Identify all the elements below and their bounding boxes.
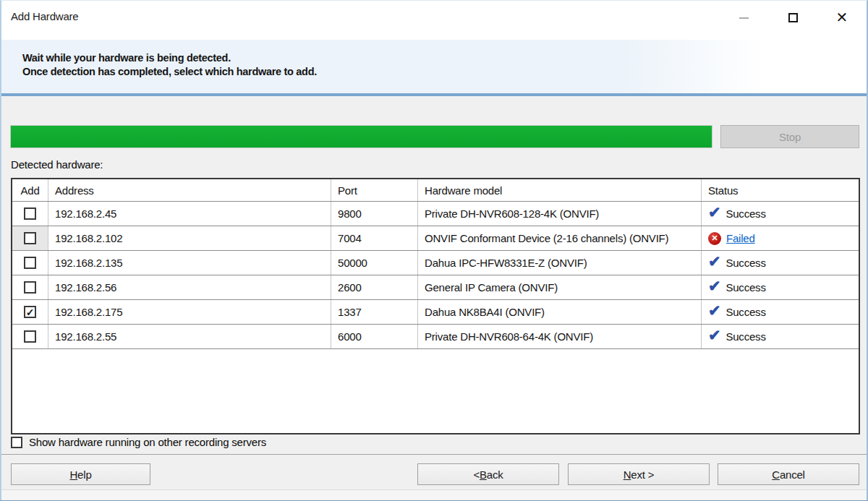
row-checkbox[interactable]: ✓ bbox=[24, 207, 36, 220]
failed-x-icon: ✕ bbox=[708, 232, 721, 245]
column-header-add[interactable]: Add bbox=[12, 179, 48, 201]
progress-fill bbox=[11, 126, 712, 147]
row-checkbox[interactable]: ✓ bbox=[24, 257, 36, 269]
success-check-icon: ✔ bbox=[708, 205, 720, 220]
table-row[interactable]: ✓ 192.168.2.56 2600 General IP Camera (O… bbox=[12, 275, 859, 300]
stop-button-label: Stop bbox=[779, 131, 801, 143]
success-check-icon: ✔ bbox=[708, 304, 720, 318]
table-row[interactable]: ✓ 192.168.2.55 6000 Private DH-NVR608-64… bbox=[12, 325, 859, 349]
row-add-cell[interactable]: ✓ bbox=[12, 251, 48, 275]
back-button[interactable]: < Back bbox=[417, 463, 559, 485]
row-checkbox[interactable]: ✓ bbox=[24, 232, 36, 244]
row-status-cell: ✔ Success bbox=[702, 325, 859, 348]
column-header-model[interactable]: Hardware model bbox=[418, 179, 702, 201]
row-model: ONVIF Conformant Device (2-16 channels) … bbox=[418, 226, 702, 250]
row-address: 192.168.2.45 bbox=[48, 202, 331, 226]
row-model: Private DH-NVR608-128-4K (ONVIF) bbox=[418, 202, 702, 226]
table-row[interactable]: ✓ 192.168.2.135 50000 Dahua IPC-HFW8331E… bbox=[12, 251, 859, 275]
row-port: 9800 bbox=[331, 202, 418, 226]
row-address: 192.168.2.175 bbox=[48, 300, 331, 324]
close-button[interactable]: ✕ bbox=[817, 1, 867, 34]
row-status-cell: ✔ Success bbox=[702, 202, 859, 226]
row-add-cell[interactable]: ✓ bbox=[12, 275, 48, 299]
cancel-button[interactable]: Cancel bbox=[718, 463, 859, 485]
stop-button[interactable]: Stop bbox=[720, 125, 859, 148]
row-add-cell[interactable]: ✓ bbox=[12, 226, 48, 250]
row-port: 50000 bbox=[331, 251, 418, 275]
table-row[interactable]: ✓ 192.168.2.175 1337 Dahua NK8BA4I (ONVI… bbox=[12, 300, 859, 325]
show-other-hardware-label: Show hardware running on other recording… bbox=[29, 436, 266, 448]
status-text: Success bbox=[726, 330, 765, 343]
success-check-icon: ✔ bbox=[708, 254, 720, 269]
table-row[interactable]: ✓ 192.168.2.102 7004 ONVIF Conformant De… bbox=[12, 226, 859, 251]
row-address: 192.168.2.102 bbox=[48, 226, 331, 250]
row-port: 2600 bbox=[331, 275, 418, 299]
row-checkbox[interactable]: ✓ bbox=[24, 306, 36, 318]
table-header-row: Add Address Port Hardware model Status bbox=[12, 179, 859, 202]
show-other-hardware-checkbox[interactable]: ✓ bbox=[11, 437, 22, 448]
wizard-instructions: Wait while your hardware is being detect… bbox=[22, 51, 317, 79]
table-body: ✓ 192.168.2.45 9800 Private DH-NVR608-12… bbox=[12, 202, 859, 349]
row-checkbox[interactable]: ✓ bbox=[24, 281, 36, 294]
column-header-port[interactable]: Port bbox=[331, 179, 418, 201]
failed-link[interactable]: Failed bbox=[726, 232, 755, 244]
row-add-cell[interactable]: ✓ bbox=[12, 325, 48, 348]
success-check-icon: ✔ bbox=[708, 279, 720, 294]
row-add-cell[interactable]: ✓ bbox=[12, 202, 48, 226]
row-model: Private DH-NVR608-64-4K (ONVIF) bbox=[418, 325, 702, 348]
help-button[interactable]: Help bbox=[11, 463, 150, 485]
footer-divider bbox=[1, 454, 867, 455]
column-header-status[interactable]: Status bbox=[702, 179, 859, 201]
column-header-address[interactable]: Address bbox=[48, 179, 331, 201]
show-other-hardware-row[interactable]: ✓ Show hardware running on other recordi… bbox=[11, 436, 266, 448]
row-status-cell: ✕ Failed bbox=[702, 226, 859, 250]
close-icon: ✕ bbox=[836, 10, 848, 25]
row-address: 192.168.2.56 bbox=[48, 275, 331, 299]
wizard-header: Wait while your hardware is being detect… bbox=[1, 40, 867, 93]
checkbox-check-icon: ✓ bbox=[26, 307, 35, 317]
row-address: 192.168.2.135 bbox=[48, 251, 331, 275]
window-title: Add Hardware bbox=[11, 10, 78, 22]
status-text: Success bbox=[726, 257, 765, 269]
row-status-cell: ✔ Success bbox=[702, 251, 859, 275]
row-model: Dahua NK8BA4I (ONVIF) bbox=[418, 300, 702, 324]
table-row[interactable]: ✓ 192.168.2.45 9800 Private DH-NVR608-12… bbox=[12, 202, 859, 226]
row-address: 192.168.2.55 bbox=[48, 325, 331, 348]
row-model: General IP Camera (ONVIF) bbox=[418, 275, 702, 299]
detected-hardware-table: Add Address Port Hardware model Status ✓… bbox=[11, 178, 860, 434]
row-port: 6000 bbox=[331, 325, 418, 348]
detection-progress-bar bbox=[10, 125, 712, 148]
row-port: 1337 bbox=[331, 300, 418, 324]
row-port: 7004 bbox=[331, 226, 418, 250]
window-controls: ✕ bbox=[719, 1, 867, 34]
status-text: Success bbox=[726, 306, 765, 318]
row-status-cell: ✔ Success bbox=[702, 300, 859, 324]
row-checkbox[interactable]: ✓ bbox=[24, 330, 36, 343]
instruction-line-2: Once detection has completed, select whi… bbox=[22, 65, 317, 79]
maximize-icon bbox=[788, 13, 798, 22]
header-separator bbox=[1, 93, 867, 96]
bottom-strip bbox=[1, 489, 867, 500]
add-hardware-dialog: Add Hardware ✕ Wait while your hardware … bbox=[0, 0, 868, 501]
detected-hardware-label: Detected hardware: bbox=[11, 158, 103, 171]
instruction-line-1: Wait while your hardware is being detect… bbox=[22, 51, 317, 65]
status-text: Success bbox=[726, 281, 765, 294]
maximize-button[interactable] bbox=[768, 1, 817, 34]
minimize-icon bbox=[739, 17, 749, 19]
minimize-button[interactable] bbox=[719, 1, 768, 34]
row-add-cell[interactable]: ✓ bbox=[12, 300, 48, 324]
row-model: Dahua IPC-HFW8331E-Z (ONVIF) bbox=[418, 251, 702, 275]
title-bar: Add Hardware ✕ bbox=[1, 1, 867, 40]
row-status-cell: ✔ Success bbox=[702, 275, 859, 299]
status-text: Success bbox=[726, 207, 765, 220]
success-check-icon: ✔ bbox=[708, 328, 720, 343]
next-button[interactable]: Next > bbox=[568, 463, 710, 485]
